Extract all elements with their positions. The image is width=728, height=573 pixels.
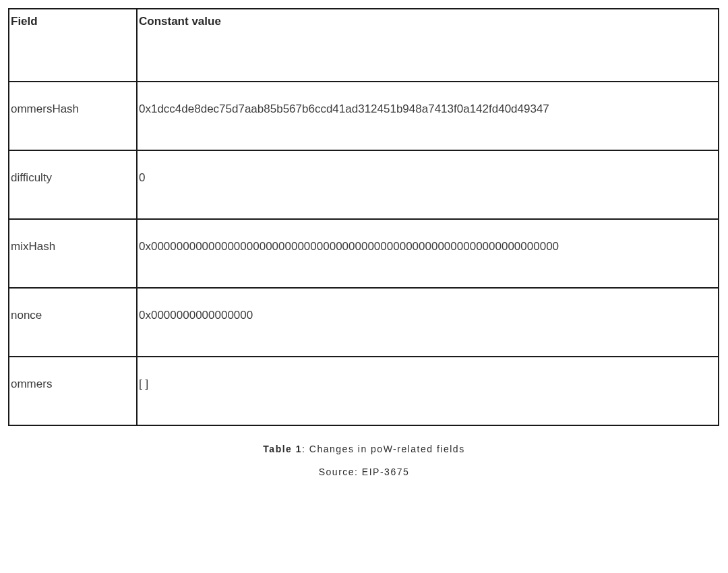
cell-value-text: 0x0000000000000000 bbox=[139, 289, 717, 324]
table-row: difficulty 0 bbox=[9, 150, 719, 219]
cell-field-text: ommers bbox=[11, 357, 135, 393]
table-caption: Table 1: Changes in poW-related fields bbox=[8, 444, 720, 454]
table-row: ommersHash 0x1dcc4de8dec75d7aab85b567b6c… bbox=[9, 82, 719, 150]
cell-value-text: [ ] bbox=[139, 357, 717, 393]
cell-value: 0x1dcc4de8dec75d7aab85b567b6ccd41ad31245… bbox=[137, 82, 719, 150]
table-row: ommers [ ] bbox=[9, 357, 719, 425]
cell-field: nonce bbox=[9, 288, 137, 357]
table-row: mixHash 0x000000000000000000000000000000… bbox=[9, 219, 719, 288]
cell-value-text: 0 bbox=[139, 151, 717, 187]
cell-field: mixHash bbox=[9, 219, 137, 288]
cell-field-text: mixHash bbox=[11, 220, 135, 255]
cell-field: ommers bbox=[9, 357, 137, 425]
cell-value: 0 bbox=[137, 150, 719, 219]
table-header-row: Field Constant value bbox=[9, 9, 719, 82]
cell-field-text: nonce bbox=[11, 289, 135, 324]
cell-value: [ ] bbox=[137, 357, 719, 425]
table-source: Source: EIP-3675 bbox=[8, 466, 720, 477]
pow-fields-table: Field Constant value ommersHash 0x1dcc4d… bbox=[8, 8, 719, 426]
cell-field: ommersHash bbox=[9, 82, 137, 150]
cell-field: difficulty bbox=[9, 150, 137, 219]
cell-field-text: ommersHash bbox=[11, 82, 135, 118]
cell-value: 0x00000000000000000000000000000000000000… bbox=[137, 219, 719, 288]
caption-text: : Changes in poW-related fields bbox=[302, 444, 465, 454]
cell-field-text: difficulty bbox=[11, 151, 135, 187]
header-value: Constant value bbox=[137, 9, 719, 82]
cell-value-text: 0x00000000000000000000000000000000000000… bbox=[139, 220, 717, 255]
cell-value: 0x0000000000000000 bbox=[137, 288, 719, 357]
header-field: Field bbox=[9, 9, 137, 82]
table-row: nonce 0x0000000000000000 bbox=[9, 288, 719, 357]
cell-value-text: 0x1dcc4de8dec75d7aab85b567b6ccd41ad31245… bbox=[139, 82, 717, 118]
caption-label: Table 1 bbox=[263, 444, 302, 454]
